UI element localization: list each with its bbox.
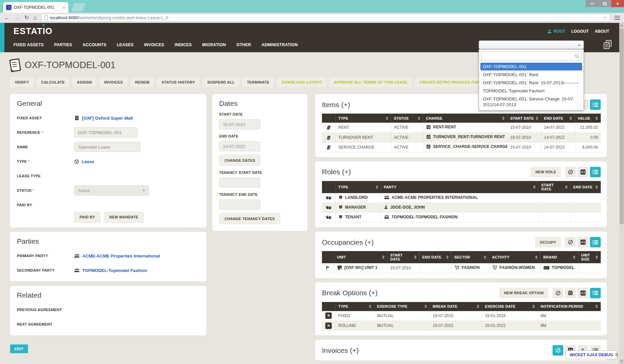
verify-button[interactable]: VERIFY: [10, 77, 34, 87]
occupancies-col-sector[interactable]: SECTOR: [451, 251, 489, 263]
logout-link[interactable]: LOGOUT: [571, 29, 589, 34]
coins-icon[interactable]: [322, 142, 335, 152]
coins-icon[interactable]: [322, 132, 335, 142]
terminate-button[interactable]: TERMINATE: [242, 77, 274, 87]
list-view-icon[interactable]: [590, 288, 601, 298]
items-col-charge[interactable]: CHARGE: [423, 114, 507, 123]
end-date-input[interactable]: [219, 141, 260, 151]
approve-all-terms-button[interactable]: APPROVE ALL TERMS OF THIS LEASE: [329, 77, 412, 87]
dropdown-search-input[interactable]: [481, 52, 582, 61]
dropdown-option[interactable]: OXF-TOPMODEL-001: Rent: [480, 71, 582, 79]
hide-columns-icon[interactable]: [565, 237, 576, 247]
back-icon[interactable]: ←: [4, 15, 10, 21]
about-link[interactable]: ABOUT: [595, 29, 609, 34]
tenancy-start-date-input[interactable]: [219, 178, 260, 188]
coins-icon[interactable]: [322, 123, 335, 132]
window-maximize-button[interactable]: [598, 0, 611, 7]
change-tenancy-dates-button[interactable]: CHANGE TENANCY DATES: [219, 213, 280, 224]
nav-indices[interactable]: INDICES: [175, 42, 192, 47]
list-view-icon[interactable]: [590, 99, 601, 110]
fixed-asset-link[interactable]: [OXF] Oxford Super Mall: [74, 115, 133, 121]
nav-leases[interactable]: LEASES: [117, 42, 133, 47]
nav-invoices[interactable]: INVOICES: [144, 42, 164, 47]
suspend-all-button[interactable]: SUSPEND ALL: [203, 77, 240, 87]
break-col-type[interactable]: TYPE: [335, 302, 374, 311]
scrollbar-thumb[interactable]: [620, 29, 624, 224]
forward-icon[interactable]: →: [14, 15, 20, 21]
reload-icon[interactable]: ↻: [24, 15, 29, 21]
wicket-ajax-debug-link[interactable]: WICKET AJAX DEBUG: [566, 351, 617, 359]
assign-button[interactable]: ASSIGN: [72, 77, 97, 87]
calculate-button[interactable]: CALCULATE: [36, 77, 69, 87]
remove-row-icon[interactable]: ✕: [325, 323, 332, 329]
masks-icon[interactable]: [322, 203, 335, 213]
new-break-option-button[interactable]: NEW BREAK OPTION: [499, 288, 548, 298]
nav-administration[interactable]: ADMINISTRATION: [262, 42, 298, 47]
new-role-button[interactable]: NEW ROLE: [531, 167, 561, 177]
calendar-icon[interactable]: [565, 288, 576, 298]
reference-input[interactable]: [74, 127, 138, 138]
hide-columns-icon[interactable]: [565, 167, 576, 177]
break-col-break-date[interactable]: BREAK DATE: [430, 302, 482, 311]
break-col-exercise-type[interactable]: EXERCISE TYPE: [374, 302, 430, 311]
browser-tab[interactable]: F OXF-TOPMODEL-001 ×: [3, 2, 69, 13]
nav-other[interactable]: OTHER: [236, 42, 251, 47]
hide-columns-icon[interactable]: [553, 345, 563, 356]
flag-icon[interactable]: [322, 263, 334, 273]
occupancies-col-unit-size[interactable]: UNIT SIZE: [578, 251, 601, 263]
roles-col-start-date[interactable]: START DATE: [538, 181, 570, 193]
items-col-start-date[interactable]: START DATE: [507, 114, 541, 123]
estatio-logo[interactable]: ESTATIO: [13, 26, 53, 36]
user-menu[interactable]: ROOT: [547, 29, 565, 34]
break-col-notification-period[interactable]: NOTIFICATION PERIOD: [538, 302, 601, 311]
items-col-end-date[interactable]: END DATE: [541, 114, 575, 123]
page-scrollbar[interactable]: [619, 23, 624, 364]
tenancy-end-date-input[interactable]: [219, 200, 260, 210]
list-view-icon[interactable]: [590, 237, 601, 247]
bookmark-star-icon[interactable]: ☆: [603, 15, 607, 21]
masks-icon[interactable]: [322, 193, 335, 203]
hide-columns-icon[interactable]: [553, 288, 563, 298]
status-select[interactable]: Active ▼: [74, 185, 149, 195]
dropdown-option[interactable]: TOPMODEL-Topmodel Fashion: [480, 87, 582, 95]
name-input[interactable]: [74, 142, 140, 152]
scroll-up-icon[interactable]: [619, 23, 624, 28]
address-bar[interactable]: localhost:8080/wicket/entity/org.estatio…: [41, 14, 610, 22]
dropdown-option[interactable]: OXF-TOPMODEL-001: Rent: 15-07-2013/-----…: [480, 79, 582, 87]
dropdown-option[interactable]: OXF-TOPMODEL-001: Service Charge: 15-07-…: [480, 95, 582, 109]
remove-row-icon[interactable]: ✕: [325, 312, 332, 319]
occupy-button[interactable]: OCCUPY: [535, 237, 561, 247]
occupancies-col-activity[interactable]: ACTIVITY: [489, 251, 540, 263]
paid-by-button[interactable]: PAID BY: [74, 212, 100, 223]
scroll-down-icon[interactable]: [619, 359, 624, 364]
list-view-icon[interactable]: [590, 167, 601, 177]
break-col-exercise-date[interactable]: EXERCISE DATE: [482, 302, 538, 311]
tab-close-icon[interactable]: ×: [62, 5, 65, 10]
primary-party-link[interactable]: ACME-ACME Properties International: [74, 253, 160, 259]
change-dates-button[interactable]: CHANGE DATES: [219, 155, 261, 166]
roles-col-party[interactable]: PARTY: [381, 181, 538, 193]
occupancies-col-start-date[interactable]: START DATE: [387, 251, 419, 263]
window-minimize-button[interactable]: [586, 0, 598, 7]
nav-fixed-assets[interactable]: FIXED ASSETS: [13, 42, 44, 47]
context-select-box[interactable]: [479, 40, 584, 49]
window-close-button[interactable]: ×: [611, 0, 624, 7]
excel-export-icon[interactable]: [577, 288, 588, 298]
items-col-value[interactable]: VALUE: [575, 114, 601, 123]
masks-icon[interactable]: [322, 213, 335, 222]
start-date-input[interactable]: [219, 119, 260, 129]
type-link[interactable]: Lease: [74, 159, 94, 164]
secondary-party-link[interactable]: TOPMODEL-Topmodel Fashion: [74, 268, 147, 273]
occupancies-col-end-date[interactable]: END DATE: [419, 251, 451, 263]
nav-accounts[interactable]: ACCOUNTS: [83, 42, 106, 47]
home-icon[interactable]: ⌂: [33, 15, 37, 21]
status-history-button[interactable]: STATUS HISTORY: [157, 77, 200, 87]
download-layout-button[interactable]: DOWNLOAD LAYOUT: [277, 77, 326, 87]
occupancies-col-unit[interactable]: UNIT: [334, 251, 387, 263]
renew-button[interactable]: RENEW: [130, 77, 154, 87]
roles-col-type[interactable]: TYPE: [335, 181, 381, 193]
roles-col-end-date[interactable]: END DATE: [570, 181, 601, 193]
excel-export-icon[interactable]: [577, 167, 588, 177]
nav-parties[interactable]: PARTIES: [54, 42, 72, 47]
edit-button[interactable]: EDIT: [10, 344, 28, 353]
